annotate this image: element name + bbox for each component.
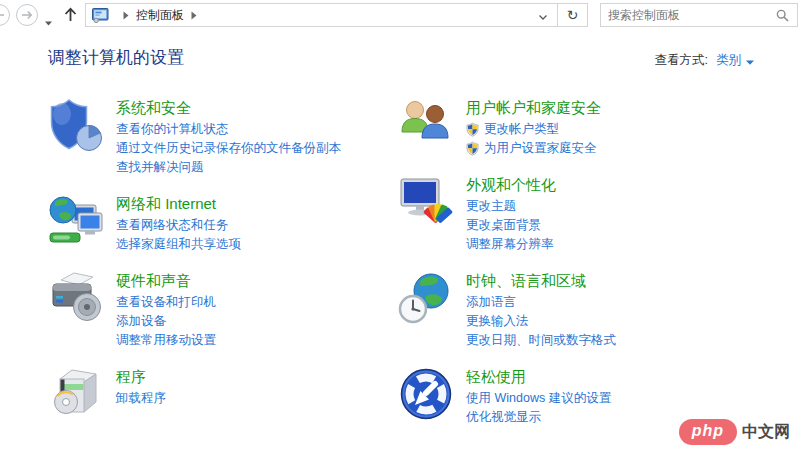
category-appearance-personalization: 外观和个性化更改主题更改桌面背景调整屏幕分辨率 — [398, 174, 748, 254]
category-system-and-security: 系统和安全查看你的计算机状态通过文件历史记录保存你的文件备份副本查找并解决问题 — [48, 97, 398, 177]
category-text-ease-of-access: 轻松使用使用 Windows 建议的设置优化视觉显示 — [466, 366, 611, 427]
category-text-clock-language-region: 时钟、语言和区域添加语言更换输入法更改日期、时间或数字格式 — [466, 270, 616, 350]
control-panel-icon — [92, 8, 109, 23]
task-link-view-computer-status[interactable]: 查看你的计算机状态 — [116, 120, 229, 139]
task-link-file-history-backup[interactable]: 通过文件历史记录保存你的文件备份副本 — [116, 139, 341, 158]
task-link-find-fix-problems[interactable]: 查找并解决问题 — [116, 158, 204, 177]
task-row-view-network-status: 查看网络状态和任务 — [116, 216, 241, 235]
task-row-view-computer-status: 查看你的计算机状态 — [116, 120, 341, 139]
view-by-control: 查看方式: 类别 — [655, 52, 754, 69]
back-button[interactable] — [0, 4, 10, 26]
task-link-change-input-method[interactable]: 更换输入法 — [466, 312, 529, 331]
category-text-network-and-internet: 网络和 Internet查看网络状态和任务选择家庭组和共享选项 — [116, 193, 241, 254]
breadcrumb-chevron-icon[interactable] — [191, 11, 197, 20]
view-by-caret-icon[interactable] — [746, 54, 754, 68]
forward-icon — [21, 6, 33, 24]
breadcrumb-chevron-icon[interactable] — [123, 11, 129, 20]
page-title: 调整计算机的设置 — [48, 46, 184, 69]
uac-shield-icon — [466, 122, 479, 137]
task-row-homegroup-sharing-options: 选择家庭组和共享选项 — [116, 235, 241, 254]
task-row-add-device: 添加设备 — [116, 312, 216, 331]
ease-access-icon[interactable] — [398, 366, 456, 424]
recent-pages-caret-button[interactable] — [45, 12, 52, 30]
view-by-value-link[interactable]: 类别 — [716, 52, 741, 69]
navigation-toolbar: 控制面板 ↻ — [0, 0, 802, 30]
task-row-optimize-visual-display: 优化视觉显示 — [466, 408, 611, 427]
task-link-adjust-screen-resolution[interactable]: 调整屏幕分辨率 — [466, 235, 554, 254]
up-button[interactable] — [64, 7, 77, 26]
shield-security-icon[interactable] — [48, 97, 106, 155]
php-logo-badge: php — [679, 419, 737, 445]
refresh-button[interactable]: ↻ — [557, 3, 588, 27]
breadcrumb-control-panel[interactable]: 控制面板 — [136, 7, 184, 24]
forward-button[interactable] — [16, 4, 38, 26]
address-bar[interactable]: 控制面板 — [85, 3, 558, 27]
category-title-clock-language-region[interactable]: 时钟、语言和区域 — [466, 271, 586, 291]
category-programs: 程序卸载程序 — [48, 366, 398, 424]
clock-region-icon[interactable] — [398, 270, 456, 328]
category-hardware-and-sound: 硬件和声音查看设备和打印机添加设备调整常用移动设置 — [48, 270, 398, 350]
appearance-icon[interactable] — [398, 174, 456, 232]
task-link-uninstall-program[interactable]: 卸载程序 — [116, 389, 166, 408]
up-icon — [64, 8, 77, 25]
category-title-appearance-personalization[interactable]: 外观和个性化 — [466, 175, 556, 195]
task-row-add-language: 添加语言 — [466, 293, 616, 312]
task-link-view-network-status[interactable]: 查看网络状态和任务 — [116, 216, 229, 235]
task-row-adjust-screen-resolution: 调整屏幕分辨率 — [466, 235, 556, 254]
user-accounts-icon[interactable] — [398, 97, 456, 155]
category-title-network-and-internet[interactable]: 网络和 Internet — [116, 194, 216, 214]
task-row-find-fix-problems: 查找并解决问题 — [116, 158, 341, 177]
task-row-change-theme: 更改主题 — [466, 197, 556, 216]
task-row-file-history-backup: 通过文件历史记录保存你的文件备份副本 — [116, 139, 341, 158]
task-link-homegroup-sharing-options[interactable]: 选择家庭组和共享选项 — [116, 235, 241, 254]
category-clock-language-region: 时钟、语言和区域添加语言更换输入法更改日期、时间或数字格式 — [398, 270, 748, 350]
category-text-hardware-and-sound: 硬件和声音查看设备和打印机添加设备调整常用移动设置 — [116, 270, 216, 350]
task-link-view-devices-printers[interactable]: 查看设备和打印机 — [116, 293, 216, 312]
task-link-change-desktop-background[interactable]: 更改桌面背景 — [466, 216, 541, 235]
task-link-change-date-time-number-formats[interactable]: 更改日期、时间或数字格式 — [466, 331, 616, 350]
dropdown-caret-icon — [45, 12, 52, 29]
uac-shield-icon — [466, 141, 479, 156]
address-caret-icon — [539, 6, 547, 24]
task-link-add-device[interactable]: 添加设备 — [116, 312, 166, 331]
category-columns: 系统和安全查看你的计算机状态通过文件历史记录保存你的文件备份副本查找并解决问题网… — [48, 97, 754, 443]
task-row-change-desktop-background: 更改桌面背景 — [466, 216, 556, 235]
search-input[interactable] — [601, 8, 776, 22]
task-link-optimize-visual-display[interactable]: 优化视觉显示 — [466, 408, 541, 427]
category-ease-of-access: 轻松使用使用 Windows 建议的设置优化视觉显示 — [398, 366, 748, 427]
search-box — [600, 3, 798, 27]
view-by-label: 查看方式: — [655, 52, 708, 69]
network-internet-icon[interactable] — [48, 193, 106, 251]
task-row-uninstall-program: 卸载程序 — [116, 389, 166, 408]
hardware-sound-icon[interactable] — [48, 270, 106, 328]
task-link-change-account-type[interactable]: 更改帐户类型 — [484, 120, 559, 139]
address-history-caret-button[interactable] — [535, 2, 551, 28]
task-row-windows-suggested-settings: 使用 Windows 建议的设置 — [466, 389, 611, 408]
task-row-change-date-time-number-formats: 更改日期、时间或数字格式 — [466, 331, 616, 350]
search-icon[interactable] — [776, 9, 789, 22]
task-link-change-theme[interactable]: 更改主题 — [466, 197, 516, 216]
category-title-programs[interactable]: 程序 — [116, 367, 146, 387]
category-text-appearance-personalization: 外观和个性化更改主题更改桌面背景调整屏幕分辨率 — [466, 174, 556, 254]
programs-icon[interactable] — [48, 366, 106, 424]
task-link-add-language[interactable]: 添加语言 — [466, 293, 516, 312]
task-link-set-family-safety[interactable]: 为用户设置家庭安全 — [484, 139, 597, 158]
task-link-windows-suggested-settings[interactable]: 使用 Windows 建议的设置 — [466, 389, 611, 408]
category-title-hardware-and-sound[interactable]: 硬件和声音 — [116, 271, 191, 291]
category-title-ease-of-access[interactable]: 轻松使用 — [466, 367, 526, 387]
task-link-adjust-mobility-settings[interactable]: 调整常用移动设置 — [116, 331, 216, 350]
control-panel-content: 调整计算机的设置 查看方式: 类别 系统和安全查看你的计算机状态通过文件历史记录… — [48, 46, 754, 443]
category-column-left: 系统和安全查看你的计算机状态通过文件历史记录保存你的文件备份副本查找并解决问题网… — [48, 97, 398, 443]
category-text-user-accounts-family-safety: 用户帐户和家庭安全更改帐户类型为用户设置家庭安全 — [466, 97, 601, 158]
category-text-programs: 程序卸载程序 — [116, 366, 166, 424]
category-network-and-internet: 网络和 Internet查看网络状态和任务选择家庭组和共享选项 — [48, 193, 398, 254]
category-column-right: 用户帐户和家庭安全更改帐户类型为用户设置家庭安全外观和个性化更改主题更改桌面背景… — [398, 97, 748, 443]
task-row-set-family-safety: 为用户设置家庭安全 — [466, 139, 601, 158]
refresh-icon: ↻ — [567, 7, 579, 23]
watermark: php 中文网 — [679, 419, 790, 445]
task-row-change-input-method: 更换输入法 — [466, 312, 616, 331]
category-text-system-and-security: 系统和安全查看你的计算机状态通过文件历史记录保存你的文件备份副本查找并解决问题 — [116, 97, 341, 177]
category-title-system-and-security[interactable]: 系统和安全 — [116, 98, 191, 118]
back-icon — [0, 6, 5, 24]
category-title-user-accounts-family-safety[interactable]: 用户帐户和家庭安全 — [466, 98, 601, 118]
